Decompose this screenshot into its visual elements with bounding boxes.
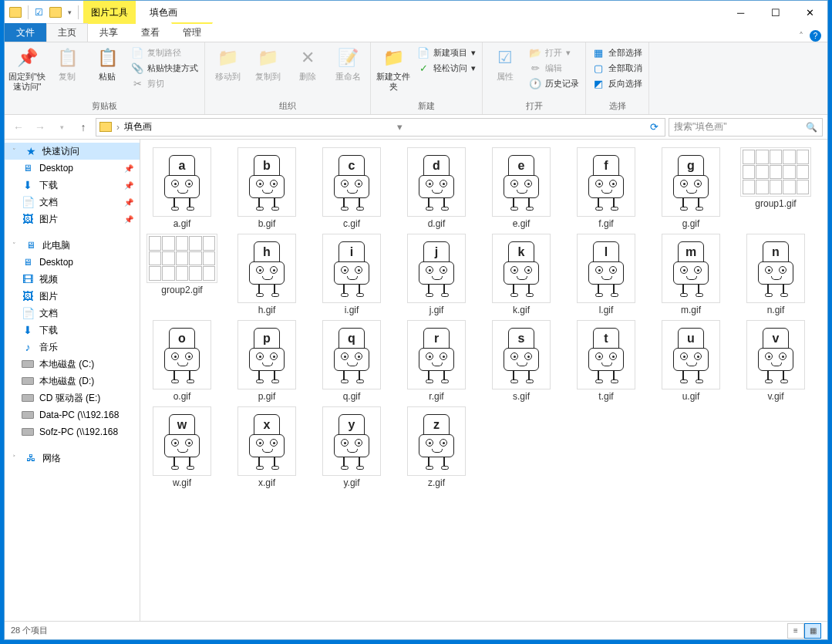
tab-view[interactable]: 查看	[130, 23, 171, 42]
tab-file[interactable]: 文件	[5, 23, 46, 42]
file-item[interactable]: cc.gif	[315, 147, 389, 229]
file-item[interactable]: rr.gif	[399, 320, 473, 402]
group-label-new: 新建	[374, 100, 479, 113]
nav-item-本地磁盘 (D:)[interactable]: 本地磁盘 (D:)	[5, 373, 140, 389]
nav-item-Desktop[interactable]: 🖥Desktop📌	[5, 160, 140, 177]
file-item[interactable]: gg.gif	[654, 147, 728, 229]
file-item[interactable]: aa.gif	[145, 147, 219, 229]
file-item[interactable]: ff.gif	[569, 147, 643, 229]
content-pane[interactable]: aa.gifbb.gifcc.gifdd.gifee.gifff.gifgg.g…	[140, 140, 827, 621]
history-button[interactable]: 🕐历史记录	[526, 76, 582, 90]
nav-item-Sofz-PC (\\192.168[interactable]: Sofz-PC (\\192.168	[5, 423, 140, 440]
open-button[interactable]: 📂打开 ▾	[526, 46, 582, 59]
invert-selection-button[interactable]: ◩反向选择	[589, 76, 645, 90]
file-item[interactable]: yy.gif	[315, 406, 389, 488]
nav-recent-icon[interactable]: ▾	[52, 118, 71, 137]
breadcrumb[interactable]: › 填色画 ▾ ⟳	[96, 118, 665, 137]
qat-newfolder-icon[interactable]	[49, 7, 62, 18]
file-item[interactable]: bb.gif	[230, 147, 304, 229]
file-item[interactable]: ss.gif	[484, 320, 558, 402]
file-item[interactable]: xx.gif	[230, 406, 304, 488]
nav-up-button[interactable]: ↑	[74, 118, 93, 137]
file-item[interactable]: jj.gif	[399, 234, 473, 315]
file-item[interactable]: qq.gif	[315, 320, 389, 402]
tab-home[interactable]: 主页	[46, 23, 88, 42]
file-item[interactable]: oo.gif	[145, 320, 219, 402]
file-item[interactable]: tt.gif	[569, 320, 643, 402]
file-item[interactable]: nn.gif	[739, 234, 813, 315]
nav-item-视频[interactable]: 🎞视频	[5, 271, 140, 288]
help-icon[interactable]: ?	[810, 30, 821, 42]
maximize-button[interactable]: ☐	[758, 2, 793, 24]
nav-item-Desktop[interactable]: 🖥Desktop	[5, 254, 140, 271]
file-name: v.gif	[767, 391, 783, 402]
file-item[interactable]: uu.gif	[654, 320, 728, 402]
file-item[interactable]: ll.gif	[569, 234, 643, 315]
nav-item-文档[interactable]: 📄文档	[5, 305, 140, 322]
qat-properties-icon[interactable]: ☑	[35, 7, 43, 18]
file-item[interactable]: ww.gif	[145, 406, 219, 488]
breadcrumb-sep: ›	[116, 122, 120, 133]
nav-quick-access[interactable]: ★快速访问	[5, 143, 140, 160]
paste-shortcut-button[interactable]: 📎粘贴快捷方式	[128, 61, 201, 75]
breadcrumb-dropdown-icon[interactable]: ▾	[394, 121, 406, 133]
tab-share[interactable]: 共享	[88, 23, 130, 42]
view-details-button[interactable]: ≡	[787, 623, 804, 639]
ribbon-collapse-icon[interactable]: ˄	[799, 31, 803, 42]
copy-button[interactable]: 📋复制	[48, 44, 86, 84]
minimize-button[interactable]: ─	[723, 2, 758, 24]
select-none-button[interactable]: ▢全部取消	[589, 61, 645, 75]
file-thumbnail: k	[492, 234, 551, 303]
file-item[interactable]: group1.gif	[739, 147, 813, 229]
nav-item-本地磁盘 (C:)[interactable]: 本地磁盘 (C:)	[5, 356, 140, 373]
easy-access-button[interactable]: ✓轻松访问 ▾	[414, 61, 479, 75]
rename-icon: 📝	[336, 46, 359, 69]
copy-path-button[interactable]: 📄复制路径	[128, 46, 201, 59]
nav-item-label: Desktop	[39, 257, 73, 268]
nav-item-CD 驱动器 (E:)[interactable]: CD 驱动器 (E:)	[5, 389, 140, 406]
search-input[interactable]: 搜索"填色画" 🔍	[669, 118, 823, 137]
edit-button[interactable]: ✏编辑	[526, 61, 582, 75]
paste-button[interactable]: 📋粘贴	[88, 44, 126, 84]
properties-button[interactable]: ☑属性	[486, 44, 524, 84]
file-thumbnail: e	[492, 147, 551, 217]
nav-network[interactable]: 🖧网络	[5, 450, 140, 467]
file-item[interactable]: pp.gif	[230, 320, 304, 402]
moveto-button[interactable]: 📁移动到	[208, 44, 247, 84]
refresh-icon[interactable]: ⟳	[647, 121, 662, 133]
nav-item-文档[interactable]: 📄文档📌	[5, 194, 140, 211]
nav-item-下载[interactable]: ⬇下载	[5, 322, 140, 339]
file-item[interactable]: vv.gif	[739, 320, 813, 402]
select-all-button[interactable]: ▦全部选择	[589, 46, 645, 59]
nav-item-图片[interactable]: 🖼图片📌	[5, 211, 140, 228]
file-thumbnail: r	[407, 320, 466, 389]
tab-manage[interactable]: 管理	[171, 22, 213, 42]
pin-quickaccess-button[interactable]: 📌固定到"快速访问"	[8, 44, 46, 94]
new-folder-button[interactable]: 📁新建文件夹	[374, 44, 413, 94]
nav-this-pc[interactable]: 🖥此电脑	[5, 237, 140, 254]
copyto-button[interactable]: 📁复制到	[248, 44, 287, 84]
breadcrumb-path[interactable]: 填色画	[124, 120, 152, 133]
nav-item-Data-PC (\\192.168[interactable]: Data-PC (\\192.168	[5, 406, 140, 423]
file-item[interactable]: mm.gif	[654, 234, 728, 315]
file-item[interactable]: hh.gif	[230, 234, 304, 315]
view-largeicons-button[interactable]: ▦	[804, 623, 821, 639]
new-item-button[interactable]: 📄新建项目 ▾	[414, 46, 479, 59]
nav-back-button[interactable]: ←	[9, 118, 28, 137]
qat-customize-icon[interactable]: ▾	[68, 8, 72, 16]
delete-button[interactable]: ✕删除	[288, 44, 327, 84]
nav-item-音乐[interactable]: ♪音乐	[5, 339, 140, 356]
file-item[interactable]: ii.gif	[315, 234, 389, 315]
close-button[interactable]: ✕	[793, 2, 827, 24]
file-item[interactable]: ee.gif	[484, 147, 558, 229]
cut-button[interactable]: ✂剪切	[128, 76, 201, 90]
file-item[interactable]: dd.gif	[399, 147, 473, 229]
nav-item-下载[interactable]: ⬇下载📌	[5, 177, 140, 194]
rename-button[interactable]: 📝重命名	[328, 44, 367, 84]
file-item[interactable]: group2.gif	[145, 234, 219, 315]
pin-icon: 📌	[124, 198, 133, 207]
nav-forward-button[interactable]: →	[31, 118, 49, 137]
file-item[interactable]: zz.gif	[399, 406, 473, 488]
nav-item-图片[interactable]: 🖼图片	[5, 288, 140, 305]
file-item[interactable]: kk.gif	[484, 234, 558, 315]
